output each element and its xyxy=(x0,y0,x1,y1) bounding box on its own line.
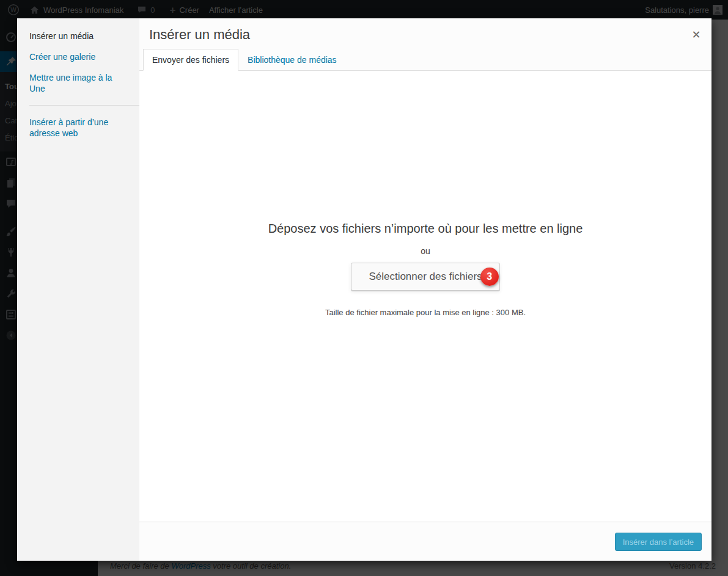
menu-item-featured-image[interactable]: Mettre une image à la Une xyxy=(17,67,139,99)
media-router: Envoyer des fichiers Bibliothèque de méd… xyxy=(139,49,711,71)
annotation-badge: 3 xyxy=(480,268,499,286)
select-files-button[interactable]: Sélectionner des fichiers xyxy=(351,263,499,291)
menu-item-insert-media[interactable]: Insérer un média xyxy=(17,26,139,46)
max-upload-size-label: Taille de fichier maximale pour la mise … xyxy=(139,308,711,317)
drop-instructions: Déposez vos fichiers n’importe où pour l… xyxy=(139,220,711,237)
upload-drop-zone[interactable]: Déposez vos fichiers n’importe où pour l… xyxy=(139,71,711,522)
modal-title: Insérer un média xyxy=(139,18,711,44)
insert-into-post-button[interactable]: Insérer dans l’article xyxy=(615,533,702,551)
close-button[interactable]: ✕ xyxy=(687,26,705,44)
modal-menu: Insérer un média Créer une galerie Mettr… xyxy=(17,18,139,561)
close-icon: ✕ xyxy=(691,29,700,41)
modal-toolbar: Insérer dans l’article xyxy=(139,522,711,561)
insert-media-modal: Insérer un média Créer une galerie Mettr… xyxy=(17,18,711,561)
upload-ui: Déposez vos fichiers n’importe où pour l… xyxy=(139,71,711,317)
tab-upload-files[interactable]: Envoyer des fichiers xyxy=(143,49,238,71)
tab-media-library[interactable]: Bibliothèque de médias xyxy=(238,49,346,70)
modal-main: Insérer un média ✕ Envoyer des fichiers … xyxy=(139,18,711,561)
select-files-wrapper: Sélectionner des fichiers 3 xyxy=(351,263,499,291)
menu-item-insert-from-url[interactable]: Insérer à partir d’une adresse web xyxy=(17,112,139,144)
or-separator: ou xyxy=(139,246,711,256)
menu-separator xyxy=(29,105,139,106)
menu-item-create-gallery[interactable]: Créer une galerie xyxy=(17,46,139,67)
